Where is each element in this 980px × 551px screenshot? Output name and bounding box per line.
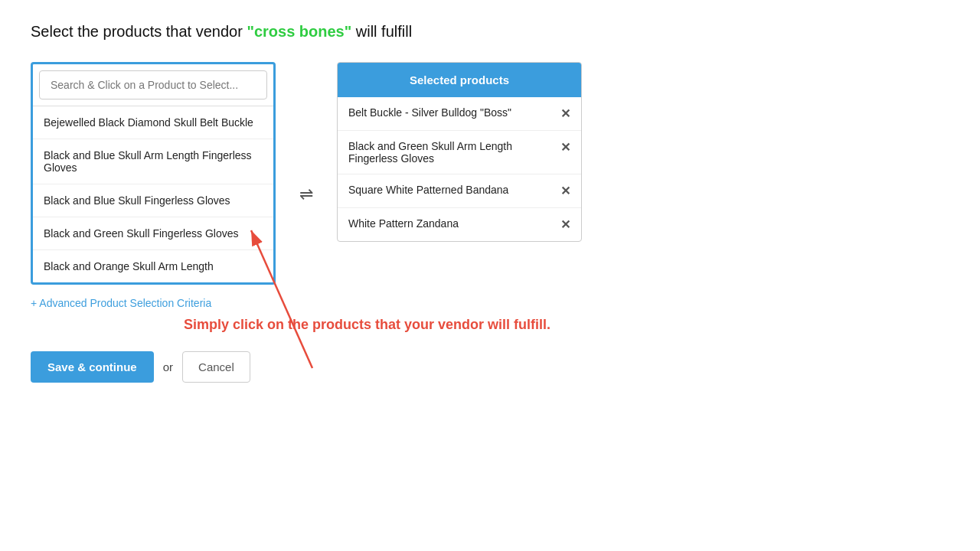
title-suffix: will fulfill xyxy=(351,23,412,40)
selected-products-header: Selected products xyxy=(338,63,581,97)
selected-item-label: Black and Green Skull Arm Length Fingerl… xyxy=(348,140,554,165)
list-item: Black and Green Skull Arm Length Fingerl… xyxy=(338,131,581,174)
title-prefix: Select the products that vendor xyxy=(31,23,247,40)
list-item: Square White Patterned Bandana✕ xyxy=(338,174,581,208)
selected-item-label: Belt Buckle - Silver Bulldog "Boss" xyxy=(348,106,554,119)
hint-label: Simply click on the products that your v… xyxy=(184,317,550,332)
product-list: Bejewelled Black Diamond Skull Belt Buck… xyxy=(33,106,273,282)
save-label: Save & continue xyxy=(47,360,137,373)
bottom-actions: Save & continue or Cancel xyxy=(31,351,949,383)
advanced-link-label: + Advanced Product Selection Criteria xyxy=(31,297,211,309)
cancel-button[interactable]: Cancel xyxy=(182,351,250,383)
advanced-criteria-link[interactable]: + Advanced Product Selection Criteria xyxy=(31,297,211,309)
remove-item-button[interactable]: ✕ xyxy=(560,140,570,155)
selected-products-panel: Selected products Belt Buckle - Silver B… xyxy=(337,62,582,242)
page-title: Select the products that vendor "cross b… xyxy=(31,23,949,41)
product-list-scroll[interactable]: Bejewelled Black Diamond Skull Belt Buck… xyxy=(33,106,273,282)
or-label: or xyxy=(163,360,173,373)
list-item[interactable]: Black and Orange Skull Arm Length xyxy=(33,250,273,282)
search-input[interactable] xyxy=(39,70,267,99)
selected-item-label: Square White Patterned Bandana xyxy=(348,184,554,196)
selected-item-label: White Pattern Zandana xyxy=(348,217,554,230)
remove-item-button[interactable]: ✕ xyxy=(560,106,570,121)
selected-products-title: Selected products xyxy=(410,73,509,86)
selected-list: Belt Buckle - Silver Bulldog "Boss"✕Blac… xyxy=(338,97,581,241)
save-continue-button[interactable]: Save & continue xyxy=(31,351,154,383)
list-item[interactable]: Black and Green Skull Fingerless Gloves xyxy=(33,217,273,250)
list-item[interactable]: Black and Blue Skull Arm Length Fingerle… xyxy=(33,139,273,184)
vendor-name: "cross bones" xyxy=(247,23,351,40)
list-item[interactable]: Bejewelled Black Diamond Skull Belt Buck… xyxy=(33,106,273,139)
list-item: White Pattern Zandana✕ xyxy=(338,208,581,241)
list-item[interactable]: Black and Blue Skull Fingerless Gloves xyxy=(33,184,273,217)
list-item: Belt Buckle - Silver Bulldog "Boss"✕ xyxy=(338,97,581,131)
remove-item-button[interactable]: ✕ xyxy=(560,184,570,198)
transfer-arrows: ⇌ xyxy=(276,62,337,204)
product-search-panel: Bejewelled Black Diamond Skull Belt Buck… xyxy=(31,62,276,285)
cancel-label: Cancel xyxy=(198,360,234,373)
remove-item-button[interactable]: ✕ xyxy=(560,217,570,232)
hint-text: Simply click on the products that your v… xyxy=(184,317,949,333)
